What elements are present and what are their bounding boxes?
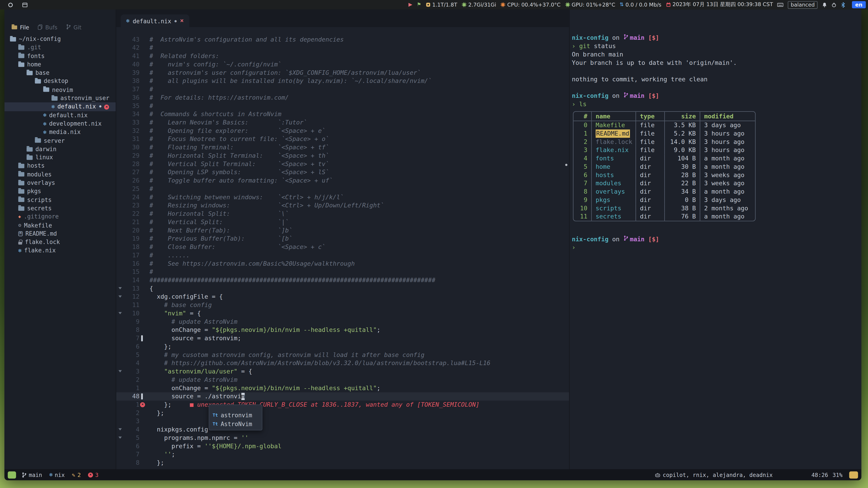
- ls-output-table: #nametypesizemodified0Makefilefile3.5 KB…: [573, 111, 756, 221]
- tree-item-hosts[interactable]: hosts: [4, 162, 116, 170]
- tree-item-label: default.nix: [49, 111, 88, 119]
- sidebar-tab-git[interactable]: Git: [66, 24, 82, 31]
- line-number: 35: [124, 102, 140, 110]
- tree-item-scripts[interactable]: scripts: [4, 196, 116, 204]
- tree-item-README.md[interactable]: MREADME.md: [4, 230, 116, 238]
- tab-default-nix[interactable]: ❄ default.nix ● ×: [121, 14, 189, 27]
- row-index: 5: [574, 163, 591, 171]
- tree-item-.gitignore[interactable]: ◆.gitignore: [4, 213, 116, 221]
- tree-item-astronvim_user[interactable]: astronvim_user: [4, 94, 116, 103]
- tree-item-linux[interactable]: linux: [4, 153, 116, 162]
- flag-icon[interactable]: ⚑: [417, 2, 421, 7]
- code-line: 36# For details: https://astronvim.com/: [116, 94, 569, 102]
- fold-column: [116, 127, 124, 135]
- launcher-icon[interactable]: [8, 2, 13, 7]
- language-indicator[interactable]: en: [850, 1, 866, 8]
- completion-item[interactable]: TtAstroNvim: [209, 419, 262, 428]
- mode-indicator: [8, 471, 16, 478]
- line-text: # Opening LSP symbols: `<Space> + lS`: [145, 168, 329, 176]
- tree-item-nix-config[interactable]: ~/nix-config: [4, 35, 116, 43]
- power-profile[interactable]: balanced: [788, 1, 817, 8]
- memory-usage[interactable]: 2.7Gi/31Gi: [462, 2, 496, 8]
- fold-column[interactable]: [116, 434, 124, 442]
- git-branch[interactable]: main: [22, 472, 42, 478]
- tree-item-Makefile[interactable]: ⚙Makefile: [4, 221, 116, 229]
- tree-item-secrets[interactable]: secrets: [4, 204, 116, 213]
- code-line: 12 xdg.configFile = {: [116, 293, 569, 301]
- line-number: 7: [124, 450, 140, 459]
- tree-item-default.nix[interactable]: ❄default.nix: [4, 111, 116, 119]
- sidebar-tab-bufs[interactable]: Bufs: [37, 24, 57, 31]
- line-text: # base config: [145, 301, 212, 309]
- tree-item-label: home: [27, 60, 41, 69]
- ls-row-overlays: 8overlaysdir34 Ba month ago: [574, 188, 755, 196]
- tab-title: default.nix: [133, 18, 171, 24]
- tree-item-flake.lock[interactable]: flake.lock: [4, 238, 116, 246]
- tree-item-darwin[interactable]: darwin: [4, 145, 116, 153]
- tree-item-label: astronvim_user: [60, 94, 110, 103]
- gpu-usage[interactable]: GPU: 01%+28°C: [565, 2, 615, 8]
- error-count[interactable]: × 3: [88, 472, 98, 478]
- lock-icon: [18, 242, 22, 245]
- file-size: 5.2 KB: [664, 129, 700, 138]
- tree-item-development.nix[interactable]: ❄development.nix: [4, 120, 116, 128]
- tree-item-.git[interactable]: .git: [4, 43, 116, 52]
- fold-column: [116, 459, 124, 467]
- sign-column: [140, 260, 145, 268]
- sign-column: [140, 268, 145, 276]
- tree-item-home[interactable]: home: [4, 60, 116, 69]
- fold-column[interactable]: [116, 425, 124, 434]
- fold-column[interactable]: [116, 309, 124, 318]
- fold-column: [116, 160, 124, 168]
- fold-column[interactable]: [116, 293, 124, 301]
- statusline: main ❄ nix ✎ 2 × 3 copilot, rnix, alejan…: [4, 469, 862, 480]
- completion-item[interactable]: Ttastronvim: [209, 411, 262, 419]
- change-count[interactable]: ✎ 2: [72, 472, 81, 478]
- keyboard-layout-icon[interactable]: [777, 2, 783, 7]
- line-number: 29: [124, 152, 140, 160]
- line-text: # Floating Terminal: `<Space> + tf`: [145, 143, 329, 152]
- tree-item-overlays[interactable]: overlays: [4, 179, 116, 187]
- tree-item-pkgs[interactable]: pkgs: [4, 187, 116, 196]
- bluetooth-icon[interactable]: [841, 2, 845, 7]
- completion-label: AstroNvim: [221, 420, 252, 427]
- terminal-pane[interactable]: nix-config on main [$]› git statusOn bra…: [569, 9, 862, 469]
- tree-item-default.nix[interactable]: ❄default.nix●×: [4, 103, 116, 111]
- tree-item-desktop[interactable]: desktop: [4, 77, 116, 86]
- completion-kind-icon: Tt: [213, 421, 218, 426]
- line-text: ########################################…: [145, 276, 436, 285]
- line-text: #: [145, 102, 153, 110]
- file-tree: ~/nix-config.gitfontshomebasedesktopneov…: [4, 35, 116, 255]
- clock[interactable]: 2023年 07月 13日 星期四 00:39:38 CST: [666, 1, 773, 8]
- tree-item-media.nix[interactable]: ❄media.nix: [4, 128, 116, 136]
- line-text: #: [145, 43, 153, 52]
- sidebar-tab-file[interactable]: File: [11, 24, 29, 31]
- workspaces-icon[interactable]: [22, 2, 28, 7]
- bell-icon[interactable]: [822, 2, 827, 7]
- tab-close-icon[interactable]: ×: [180, 17, 184, 24]
- line-text: # Focus Neotree to current file: `<Space…: [145, 135, 329, 143]
- tree-item-flake.nix[interactable]: ❄flake.nix: [4, 247, 116, 255]
- fold-column[interactable]: [116, 367, 124, 376]
- tree-item-fonts[interactable]: fonts: [4, 52, 116, 60]
- disk-usage[interactable]: 1.1T/1.8T: [426, 2, 457, 8]
- sign-column: [140, 226, 145, 235]
- split-handle-dot[interactable]: [565, 164, 567, 166]
- lsp-clients[interactable]: copilot, rnix, alejandra, deadnix: [655, 472, 773, 478]
- tree-item-base[interactable]: base: [4, 69, 116, 77]
- code-buffer[interactable]: 43# AstroNvim's configuration and all it…: [116, 27, 569, 467]
- fold-column[interactable]: [116, 285, 124, 293]
- sign-column: [140, 94, 145, 102]
- cpu-usage[interactable]: CPU: 00.4%+37.0°C: [501, 2, 561, 8]
- code-line: 26# Toggle buffer auto formatting: `<Spa…: [116, 176, 569, 185]
- power-icon[interactable]: [831, 2, 836, 7]
- environment-indicator: ❄ nix: [49, 472, 65, 478]
- tree-item-label: media.nix: [49, 128, 81, 136]
- line-number: 18: [124, 243, 140, 251]
- tree-item-modules[interactable]: modules: [4, 170, 116, 179]
- network-speed[interactable]: ⇅0.0 / 0.0 Mb/s: [620, 2, 661, 8]
- tree-item-neovim[interactable]: neovim: [4, 86, 116, 94]
- media-icon[interactable]: ▶: [408, 2, 412, 7]
- tree-item-server[interactable]: server: [4, 136, 116, 145]
- table-header-cell: type: [636, 112, 664, 121]
